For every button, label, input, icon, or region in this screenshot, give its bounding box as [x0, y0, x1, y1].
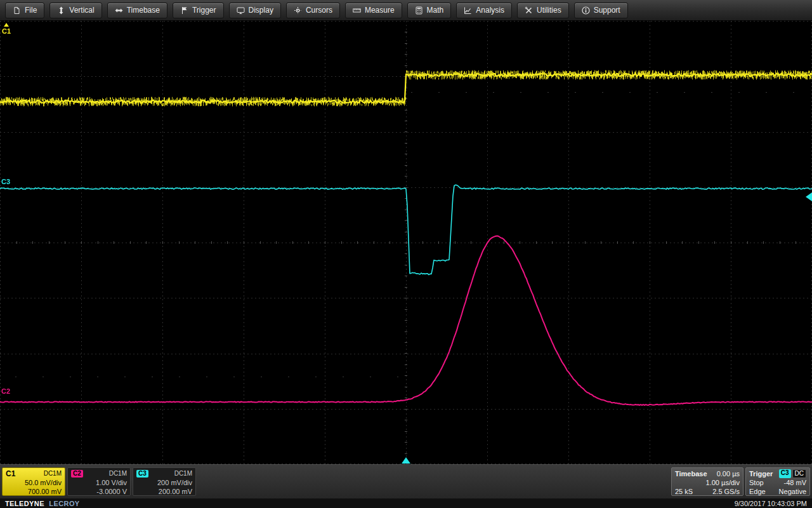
vertical-arrows-icon	[57, 6, 65, 15]
menu-button-timebase[interactable]: Timebase	[107, 3, 167, 18]
trigger-flag-icon	[180, 6, 188, 15]
menu-button-display[interactable]: Display	[229, 3, 281, 18]
menu-button-utilities[interactable]: Utilities	[517, 3, 569, 18]
c1-indicator-label: C1	[2, 28, 11, 35]
trigger-title: Trigger	[749, 469, 773, 478]
teledyne-lecroy-logo: TELEDYNE LECROY	[5, 500, 80, 507]
timebase-delay: 0.00 µs	[717, 469, 740, 478]
timebase-title: Timebase	[675, 469, 707, 478]
c3-coupling: DC1M	[174, 469, 192, 478]
c2-offset-indicator[interactable]: C2	[1, 388, 10, 395]
support-icon	[582, 6, 590, 15]
math-icon	[415, 6, 423, 15]
trigger-source: C3	[779, 469, 791, 478]
menu-button-vertical[interactable]: Vertical	[49, 3, 102, 18]
trigger-slope: Negative	[779, 487, 806, 496]
menu-button-label: Vertical	[69, 6, 94, 15]
trigger-type: Edge	[749, 487, 766, 496]
menu-button-label: Cursors	[306, 6, 332, 15]
menu-button-label: Analysis	[476, 6, 504, 15]
timebase-rate: 2.5 GS/s	[712, 487, 740, 496]
brand-teledyne: TELEDYNE	[5, 500, 44, 507]
utilities-icon	[525, 6, 533, 15]
c1-coupling: DC1M	[44, 469, 62, 478]
graticule-canvas	[0, 21, 812, 464]
menu-button-analysis[interactable]: Analysis	[456, 3, 512, 18]
menu-button-label: Math	[427, 6, 444, 15]
cursors-icon	[294, 6, 302, 15]
display-icon	[237, 6, 245, 15]
c3-indicator-label: C3	[1, 178, 10, 185]
menu-button-label: Support	[594, 6, 620, 15]
c2-indicator-label: C2	[1, 387, 10, 395]
timebase-descriptor-box[interactable]: Timebase 0.00 µs 1.00 µs/div 25 kS 2.5 G…	[671, 467, 743, 496]
trigger-level: -48 mV	[784, 478, 806, 487]
c3-scale: 200 mV/div	[157, 478, 192, 487]
c2-scale: 1.00 V/div	[96, 478, 127, 487]
descriptor-bar: C1 DC1M 50.0 mV/div 700.00 mV C2 DC1M 1.…	[0, 464, 812, 498]
c2-descriptor-box[interactable]: C2 DC1M 1.00 V/div -3.0000 V	[67, 467, 131, 496]
c2-offset: -3.0000 V	[96, 487, 127, 496]
trigger-coupling: DC	[792, 469, 806, 478]
trigger-level-marker-icon[interactable]	[806, 192, 812, 201]
menu-button-math[interactable]: Math	[407, 3, 452, 18]
horizontal-arrows-icon	[115, 6, 123, 15]
status-bar: TELEDYNE LECROY 9/30/2017 10:43:03 PM	[0, 498, 812, 508]
trigger-descriptor-box[interactable]: Trigger C3 DC Stop -48 mV Edge Negative	[745, 467, 810, 496]
trigger-time-marker-icon[interactable]	[402, 457, 410, 464]
c2-channel-name: C2	[71, 470, 83, 478]
menu-button-measure[interactable]: Measure	[345, 3, 402, 18]
menu-button-label: Timebase	[127, 6, 160, 15]
menu-button-trigger[interactable]: Trigger	[173, 3, 224, 18]
menu-bar: FileVerticalTimebaseTriggerDisplayCursor…	[0, 0, 812, 21]
c1-scale: 50.0 mV/div	[25, 478, 62, 487]
c1-offset: 700.00 mV	[28, 487, 62, 496]
menu-button-label: Utilities	[537, 6, 561, 15]
analysis-icon	[464, 6, 472, 15]
menu-button-support[interactable]: Support	[574, 3, 628, 18]
c3-offset-indicator[interactable]: C3	[1, 178, 10, 185]
menu-button-label: Display	[249, 6, 273, 15]
c3-descriptor-box[interactable]: C3 DC1M 200 mV/div 200.00 mV	[133, 467, 196, 496]
menu-button-label: Measure	[365, 6, 395, 15]
datetime: 9/30/2017 10:43:03 PM	[735, 500, 807, 507]
c1-offset-indicator[interactable]: C1	[2, 23, 11, 35]
c2-coupling: DC1M	[109, 469, 127, 478]
trigger-mode: Stop	[749, 478, 764, 487]
file-icon	[13, 6, 21, 15]
menu-button-label: Trigger	[192, 6, 216, 15]
menu-button-cursors[interactable]: Cursors	[286, 3, 340, 18]
c1-descriptor-box[interactable]: C1 DC1M 50.0 mV/div 700.00 mV	[2, 467, 65, 496]
waveform-display-area[interactable]: C1 C3 C2	[0, 21, 812, 464]
c1-channel-name: C1	[6, 469, 15, 478]
menu-button-file[interactable]: File	[5, 3, 44, 18]
measure-icon	[353, 6, 361, 15]
c3-channel-name: C3	[136, 470, 148, 478]
oscilloscope-app: FileVerticalTimebaseTriggerDisplayCursor…	[0, 0, 812, 508]
brand-lecroy: LECROY	[49, 500, 79, 507]
descriptor-spacer	[198, 467, 669, 496]
timebase-scale: 1.00 µs/div	[706, 478, 740, 487]
c1-offscreen-arrow-icon	[4, 23, 9, 27]
c3-offset: 200.00 mV	[159, 487, 192, 496]
menu-button-label: File	[25, 6, 37, 15]
timebase-samples: 25 kS	[675, 487, 693, 496]
